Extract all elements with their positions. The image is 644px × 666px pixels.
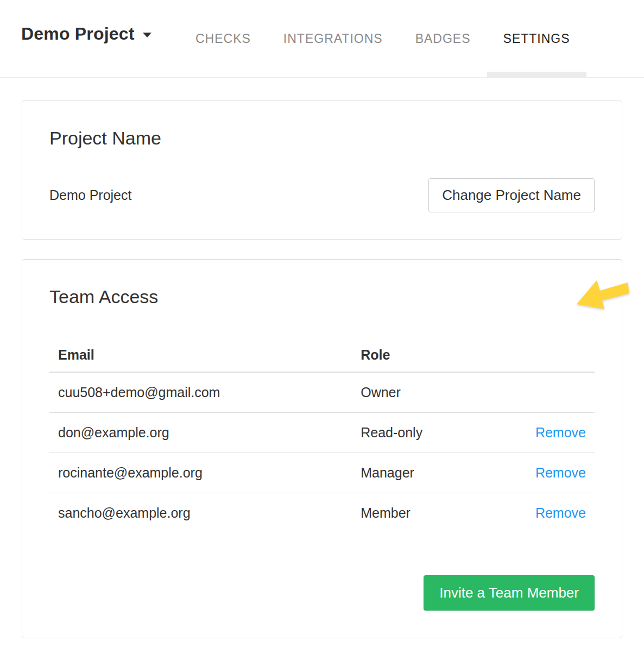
change-project-name-button[interactable]: Change Project Name: [428, 178, 595, 212]
member-role: Read-only: [352, 413, 485, 453]
current-project-name: Demo Project: [49, 187, 131, 203]
member-email: rocinante@example.org: [49, 453, 352, 493]
team-members-table: Email Role cuu508+demo@gmail.com Owner d…: [49, 338, 595, 533]
table-row: sancho@example.org Member Remove: [49, 493, 595, 533]
remove-member-link[interactable]: Remove: [535, 425, 586, 440]
tab-checks[interactable]: CHECKS: [179, 0, 267, 77]
team-access-heading: Team Access: [49, 286, 595, 307]
member-email: sancho@example.org: [49, 493, 352, 533]
action-column-header: [485, 338, 595, 372]
invite-row: Invite a Team Member: [49, 575, 595, 611]
table-header-row: Email Role: [49, 338, 595, 372]
tab-integrations[interactable]: INTEGRATIONS: [267, 0, 399, 77]
project-switcher-dropdown[interactable]: Demo Project: [21, 24, 151, 44]
member-role: Owner: [352, 372, 485, 413]
invite-team-member-button[interactable]: Invite a Team Member: [424, 575, 595, 611]
project-title: Demo Project: [21, 24, 135, 44]
remove-member-link[interactable]: Remove: [535, 505, 586, 520]
caret-down-icon: [143, 33, 151, 37]
table-row: rocinante@example.org Manager Remove: [49, 453, 595, 493]
table-row: cuu508+demo@gmail.com Owner: [49, 372, 595, 413]
table-row: don@example.org Read-only Remove: [49, 413, 595, 453]
project-name-row: Demo Project Change Project Name: [49, 178, 595, 212]
project-name-card: Project Name Demo Project Change Project…: [22, 100, 622, 240]
role-column-header: Role: [352, 338, 485, 372]
member-email: don@example.org: [49, 413, 352, 453]
top-navigation: Demo Project CHECKS INTEGRATIONS BADGES …: [0, 0, 644, 78]
email-column-header: Email: [49, 338, 352, 372]
member-role: Member: [352, 493, 485, 533]
tab-settings[interactable]: SETTINGS: [487, 0, 586, 77]
tab-badges[interactable]: BADGES: [399, 0, 487, 77]
member-role: Manager: [352, 453, 485, 493]
team-access-card: Team Access Email Role cuu508+demo@gmail…: [22, 259, 622, 638]
project-name-heading: Project Name: [49, 127, 595, 149]
team-table-body: cuu508+demo@gmail.com Owner don@example.…: [49, 372, 595, 533]
main-tabs: CHECKS INTEGRATIONS BADGES SETTINGS: [179, 0, 586, 77]
member-email: cuu508+demo@gmail.com: [49, 372, 352, 413]
settings-page: Project Name Demo Project Change Project…: [0, 100, 644, 638]
remove-member-link[interactable]: Remove: [535, 465, 586, 480]
